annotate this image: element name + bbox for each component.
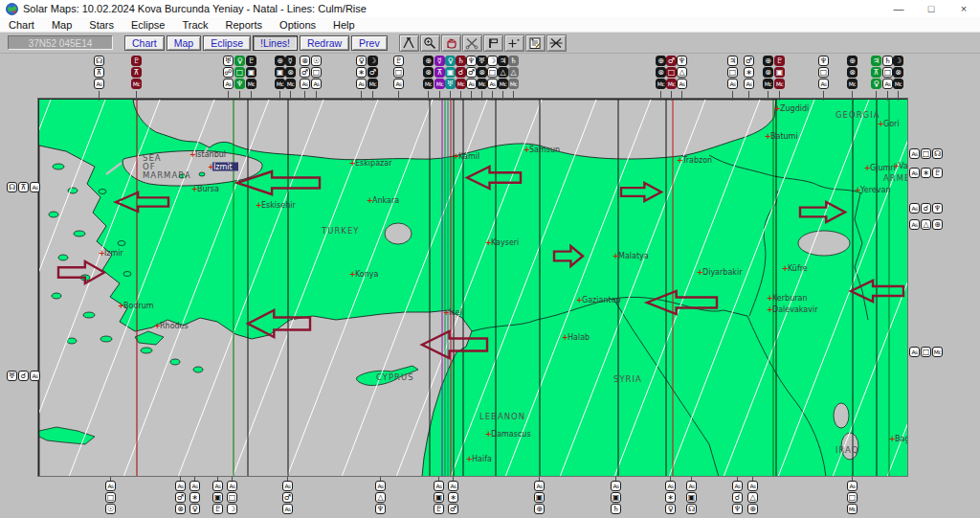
astro-glyph: As	[882, 79, 893, 89]
astro-glyph: □	[847, 492, 858, 503]
locate-crosshair-tool[interactable]	[504, 34, 524, 52]
city-marker: +Yerevan	[855, 186, 891, 194]
astro-glyph: ♅	[223, 56, 234, 66]
astro-glyph: ♃	[871, 56, 881, 66]
astro-glyph: As	[282, 481, 293, 491]
city-name: Eskipazar	[355, 159, 392, 168]
info-note-tool[interactable]	[525, 34, 546, 52]
astro-line-marker: ♆□As	[817, 56, 830, 90]
astro-line-marker: ♀▣♅	[444, 56, 457, 90]
astro-line-marker: As△♆	[374, 481, 387, 515]
astro-glyph: ⊕	[534, 504, 545, 514]
city-marker: +Gjumri	[864, 164, 896, 172]
astro-glyph: Mc	[656, 79, 666, 89]
city-name: Dalevakavir	[772, 305, 818, 314]
astro-glyph: ☌	[18, 371, 29, 381]
astro-glyph: Mc	[666, 79, 677, 89]
measure-tool[interactable]	[399, 34, 419, 52]
city-marker: +Konya	[349, 270, 379, 279]
menu-item-map[interactable]: Map	[43, 19, 80, 31]
astro-glyph: ⊕	[932, 219, 943, 230]
toolbar-button-prev[interactable]: Prev	[351, 35, 388, 51]
city-marker: +Vanadzo	[893, 162, 908, 170]
pan-hand-tool[interactable]	[441, 34, 461, 52]
astro-line-marker: ☉□As	[310, 56, 323, 90]
astro-line-marker: ⊕⊗Mc	[846, 56, 858, 90]
astro-glyph: As	[611, 481, 621, 491]
astro-glyph: ⊼	[871, 67, 881, 78]
toolbar-button-chart[interactable]: Chart	[124, 35, 165, 51]
astro-glyph: ▣	[445, 67, 456, 78]
astro-line-marker: ⊕▣Mc	[274, 56, 286, 90]
astro-glyph: ♄	[611, 504, 621, 514]
astro-glyph: Mc	[456, 79, 466, 89]
menu-item-chart[interactable]: Chart	[0, 19, 43, 31]
city-marker: +Kâmil	[453, 152, 479, 161]
city-marker: +Halab	[562, 333, 590, 342]
close-button[interactable]: ×	[947, 3, 980, 14]
city-marker: +Malatya	[612, 252, 649, 260]
astro-line-marker: As▣⊕	[533, 481, 546, 515]
city-name: Gaziantep	[582, 296, 621, 304]
astro-line-marker: ♃□As	[726, 56, 739, 90]
astro-glyph: ⊗	[175, 504, 186, 514]
cut-tool[interactable]	[462, 34, 482, 52]
zoom-tool[interactable]	[420, 34, 440, 52]
astro-line-marker: ♃△Mc	[497, 56, 509, 90]
astro-glyph: □	[818, 67, 829, 78]
astro-glyph: As	[909, 219, 920, 230]
restore-button[interactable]: □	[915, 3, 947, 14]
menu-item-stars[interactable]: Stars	[80, 19, 122, 31]
city-marker: +Zugdidi	[774, 104, 809, 113]
menu-item-options[interactable]: Options	[271, 19, 324, 31]
city-name: Bodrum	[123, 302, 154, 310]
astro-line-marker: As□Mc	[846, 481, 858, 515]
minimize-button[interactable]: —	[882, 3, 915, 14]
menu-item-track[interactable]: Track	[173, 19, 216, 31]
astro-glyph: □	[727, 67, 738, 78]
map[interactable]: SEAOFMARMARATURKEYGEORGIAARMENIACYPRUSSY…	[38, 99, 907, 476]
star-lines-tool[interactable]	[546, 34, 567, 52]
flag-tool[interactable]	[483, 34, 503, 52]
astro-line-marker: As△⊕	[909, 219, 944, 232]
menu-item-eclipse[interactable]: Eclipse	[122, 19, 173, 31]
city-marker: +Gaziantep	[576, 296, 621, 304]
astro-glyph: ☊	[7, 182, 17, 192]
region-label: ARMENIA	[883, 173, 908, 183]
city-marker: +Eskipazar	[349, 159, 392, 168]
astro-glyph: ♅	[477, 56, 487, 66]
astro-map-canvas[interactable]: SEAOFMARMARATURKEYGEORGIAARMENIACYPRUSSY…	[39, 100, 908, 477]
astro-glyph: Mc	[285, 79, 296, 89]
astro-glyph: ☽	[487, 56, 498, 66]
astro-glyph: ☌	[921, 203, 931, 214]
astro-glyph: ♀	[234, 56, 245, 66]
astro-glyph: ♀	[356, 56, 367, 66]
astro-line-marker: ♂∗As	[743, 56, 755, 90]
astro-glyph: As	[223, 79, 234, 89]
city-marker: +Izmit	[208, 163, 238, 172]
astro-line-marker: ♅☌As	[7, 371, 41, 383]
toolbar-button-lines[interactable]: !Lines!	[253, 35, 298, 51]
astro-glyph: Mc	[508, 79, 519, 89]
menu-item-help[interactable]: Help	[324, 19, 364, 31]
toolbar-button-map[interactable]: Map	[167, 35, 201, 51]
astro-line-marker: As☌♆	[731, 481, 744, 515]
astro-glyph: ∗	[665, 492, 676, 503]
astro-glyph: ▣	[686, 492, 697, 503]
city-name: Malatya	[618, 252, 649, 260]
astro-glyph: □	[921, 148, 931, 159]
menu-item-reports[interactable]: Reports	[217, 19, 272, 31]
astro-line-marker: As∗♂	[447, 481, 459, 515]
astro-line-marker: ☽□As	[486, 56, 499, 90]
city-name: Samsun	[529, 146, 560, 154]
astro-glyph: ▣	[275, 67, 285, 78]
toolbar-button-redraw[interactable]: Redraw	[300, 35, 349, 51]
astro-glyph: ♆	[234, 79, 245, 89]
astro-line-marker: ♀□♆	[234, 56, 246, 90]
toolbar-button-eclipse[interactable]: Eclipse	[203, 35, 251, 51]
astro-glyph: ⊗	[893, 67, 903, 78]
astro-glyph: □	[105, 492, 116, 503]
astro-glyph: ▣	[246, 67, 256, 78]
astro-glyph: As	[175, 481, 186, 491]
region-label: LEBANON	[479, 412, 525, 421]
